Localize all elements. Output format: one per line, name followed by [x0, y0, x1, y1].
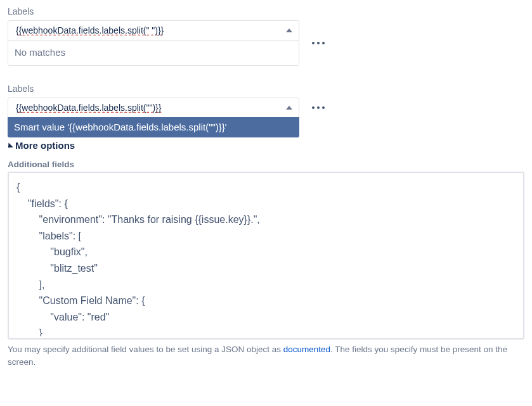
chevron-down-icon [6, 143, 13, 149]
helper-text: You may specify additional field values … [8, 343, 524, 368]
labels-field-2: Labels Smart value '{{webhookData.fields… [8, 84, 524, 137]
labels-field-1: Labels No matches [8, 6, 524, 66]
caret-up-icon[interactable] [286, 106, 292, 110]
more-options-label: More options [15, 140, 75, 151]
caret-up-icon[interactable] [286, 29, 292, 32]
labels-combobox-1: No matches [8, 20, 299, 66]
more-icon[interactable] [309, 39, 327, 47]
no-matches-message: No matches [8, 40, 299, 65]
additional-fields-wrapper [8, 172, 524, 339]
field-label: Labels [8, 6, 524, 16]
additional-fields-heading: Additional fields [8, 160, 524, 169]
labels-input-2[interactable] [15, 102, 281, 113]
additional-fields-textarea[interactable] [9, 173, 523, 336]
helper-text-before: You may specify additional field values … [8, 345, 283, 354]
more-icon[interactable] [309, 104, 327, 111]
labels-input-1[interactable] [15, 25, 281, 36]
field-label: Labels [8, 84, 524, 94]
labels-combobox-2 [8, 98, 299, 118]
more-options-toggle[interactable]: More options [8, 140, 524, 151]
smart-value-suggestion[interactable]: Smart value '{{webhookData.fields.labels… [8, 117, 299, 137]
documented-link[interactable]: documented [283, 345, 330, 354]
